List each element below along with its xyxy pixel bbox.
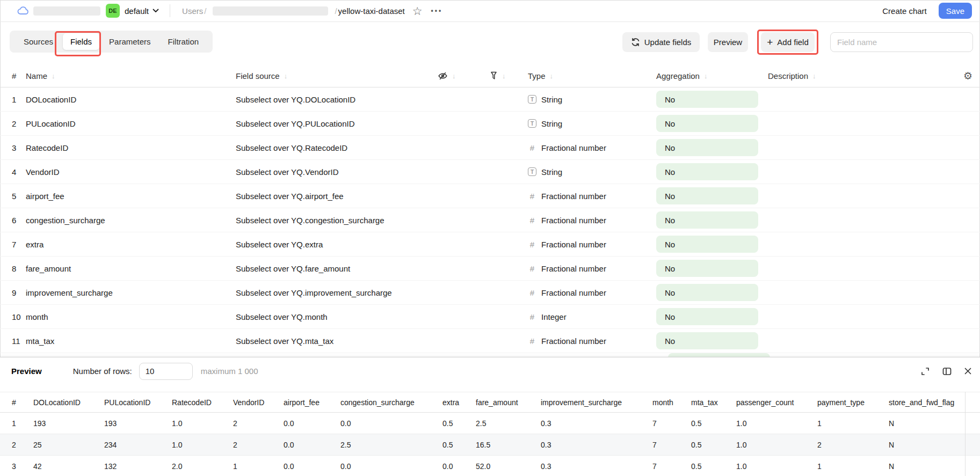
preview-cell: 42 <box>33 462 104 471</box>
tab-parameters[interactable]: Parameters <box>101 33 158 50</box>
expand-preview-button[interactable] <box>920 367 930 376</box>
field-row-index: 10 <box>12 312 26 321</box>
field-row[interactable]: 2PULocationIDSubselect over YQ.PULocatio… <box>0 112 980 136</box>
preview-header-passenger_count: passenger_count <box>736 398 817 407</box>
field-row-index: 9 <box>12 288 26 297</box>
aggregation-pill[interactable]: No <box>656 163 758 180</box>
tab-fields[interactable]: Fields <box>63 33 99 50</box>
preview-button[interactable]: Preview <box>708 32 748 52</box>
header-description[interactable]: Description↓ <box>768 71 956 80</box>
field-type-label: Fractional number <box>541 264 606 273</box>
preview-header-DOLocationID: DOLocationID <box>33 398 104 407</box>
tab-filtration[interactable]: Filtration <box>161 33 207 50</box>
field-source: Subselect over YQ.improvement_surcharge <box>236 288 438 297</box>
field-type: #Fractional number <box>528 216 656 225</box>
gear-icon: ⚙ <box>963 71 972 81</box>
field-row[interactable]: 10monthSubselect over YQ.month#IntegerNo <box>0 305 980 329</box>
header-aggregation[interactable]: Aggregation↓ <box>656 71 768 80</box>
field-row[interactable]: 1DOLocationIDSubselect over YQ.DOLocatio… <box>0 87 980 112</box>
field-name: DOLocationID <box>26 95 236 104</box>
number-type-icon: # <box>528 143 536 152</box>
field-type: #Fractional number <box>528 143 656 152</box>
field-row-index: 11 <box>12 336 26 346</box>
tenant-switcher[interactable]: default <box>125 6 159 16</box>
update-fields-button[interactable]: Update fields <box>622 32 700 52</box>
breadcrumb-root[interactable]: Users <box>182 6 203 16</box>
preview-cell: 0.5 <box>442 441 476 449</box>
aggregation-pill[interactable]: No <box>656 236 758 253</box>
preview-row: 11931931.020.00.00.52.50.370.51.01N <box>0 413 980 434</box>
field-type: #Fractional number <box>528 240 656 249</box>
field-source: Subselect over YQ.fare_amount <box>236 264 438 273</box>
preview-cell: N <box>889 419 965 428</box>
field-row[interactable]: 11mta_taxSubselect over YQ.mta_tax#Fract… <box>0 329 980 353</box>
field-aggregation-cell: No <box>656 187 768 204</box>
field-row[interactable]: 7extraSubselect over YQ.extra#Fractional… <box>0 232 980 257</box>
field-row[interactable]: 9improvement_surchargeSubselect over YQ.… <box>0 281 980 305</box>
string-type-icon: T <box>528 119 536 128</box>
header-field-source[interactable]: Field source↓ <box>236 71 438 80</box>
string-type-icon: T <box>528 167 536 176</box>
header-visibility[interactable]: ↓ <box>438 71 490 81</box>
preview-cell: 0.0 <box>284 419 340 428</box>
field-name-search-input[interactable] <box>830 32 973 52</box>
header-filter[interactable]: ↓ <box>490 71 528 80</box>
more-actions-icon[interactable]: ••• <box>431 7 443 14</box>
table-settings[interactable]: ⚙ <box>956 71 980 81</box>
field-type-label: Fractional number <box>541 216 606 225</box>
preview-cell: 0.3 <box>541 419 652 428</box>
preview-cell: 193 <box>104 419 172 428</box>
aggregation-pill[interactable]: No <box>656 284 758 301</box>
field-row[interactable]: 8fare_amountSubselect over YQ.fare_amoun… <box>0 257 980 281</box>
field-name: airport_fee <box>26 192 236 201</box>
preview-cell: 2 <box>233 441 284 449</box>
close-preview-button[interactable] <box>964 367 972 375</box>
create-chart-button[interactable]: Create chart <box>878 3 931 19</box>
preview-cell: N <box>889 441 965 449</box>
field-aggregation-cell: No <box>656 211 768 229</box>
aggregation-pill[interactable]: No <box>656 308 758 325</box>
tab-sources[interactable]: Sources <box>16 33 61 50</box>
preview-cell: 1.0 <box>736 419 817 428</box>
preview-header-RatecodeID: RatecodeID <box>172 398 233 407</box>
aggregation-pill-clipped[interactable] <box>668 353 770 357</box>
field-type: #Fractional number <box>528 288 656 297</box>
number-of-rows-input[interactable] <box>139 363 193 380</box>
field-source: Subselect over YQ.airport_fee <box>236 192 438 201</box>
aggregation-pill[interactable]: No <box>656 332 758 349</box>
field-type: TString <box>528 167 656 177</box>
preview-cell: 0.3 <box>541 462 652 471</box>
field-name: VendorID <box>26 167 236 177</box>
field-source: Subselect over YQ.congestion_surcharge <box>236 216 438 225</box>
header-type[interactable]: Type↓ <box>528 71 656 80</box>
preview-cell: 1.0 <box>172 419 233 428</box>
dock-preview-button[interactable] <box>942 367 952 376</box>
field-row-index: 2 <box>12 119 26 128</box>
field-row[interactable]: 5airport_feeSubselect over YQ.airport_fe… <box>0 184 980 208</box>
preview-cell: 1 <box>817 419 889 428</box>
sort-arrow-icon: ↓ <box>452 72 456 80</box>
field-row[interactable]: 3RatecodeIDSubselect over YQ.RatecodeID#… <box>0 136 980 160</box>
preview-header-congestion_surcharge: congestion_surcharge <box>340 398 442 407</box>
header-name[interactable]: Name↓ <box>26 71 236 80</box>
aggregation-pill[interactable]: No <box>656 139 758 156</box>
aggregation-pill[interactable]: No <box>656 260 758 277</box>
aggregation-pill[interactable]: No <box>656 211 758 229</box>
number-type-icon: # <box>528 288 536 297</box>
sort-arrow-icon: ↓ <box>52 72 55 80</box>
number-type-icon: # <box>528 240 536 249</box>
field-type: #Fractional number <box>528 192 656 201</box>
field-row[interactable]: 6congestion_surchargeSubselect over YQ.c… <box>0 208 980 232</box>
aggregation-pill[interactable]: No <box>656 187 758 204</box>
add-field-button[interactable]: + Add field <box>761 32 815 52</box>
fields-table-header: # Name↓ Field source↓ ↓ ↓ Type↓ Aggregat… <box>0 64 980 87</box>
save-button[interactable]: Save <box>939 3 972 19</box>
split-panel-icon <box>942 367 952 376</box>
field-row[interactable]: 4VendorIDSubselect over YQ.VendorIDTStri… <box>0 160 980 184</box>
favorite-star-icon[interactable]: ☆ <box>412 5 423 17</box>
aggregation-pill[interactable]: No <box>656 115 758 132</box>
field-name: improvement_surcharge <box>26 288 236 297</box>
field-name: RatecodeID <box>26 143 236 152</box>
preview-cell: 2.0 <box>172 462 233 471</box>
aggregation-pill[interactable]: No <box>656 91 758 108</box>
